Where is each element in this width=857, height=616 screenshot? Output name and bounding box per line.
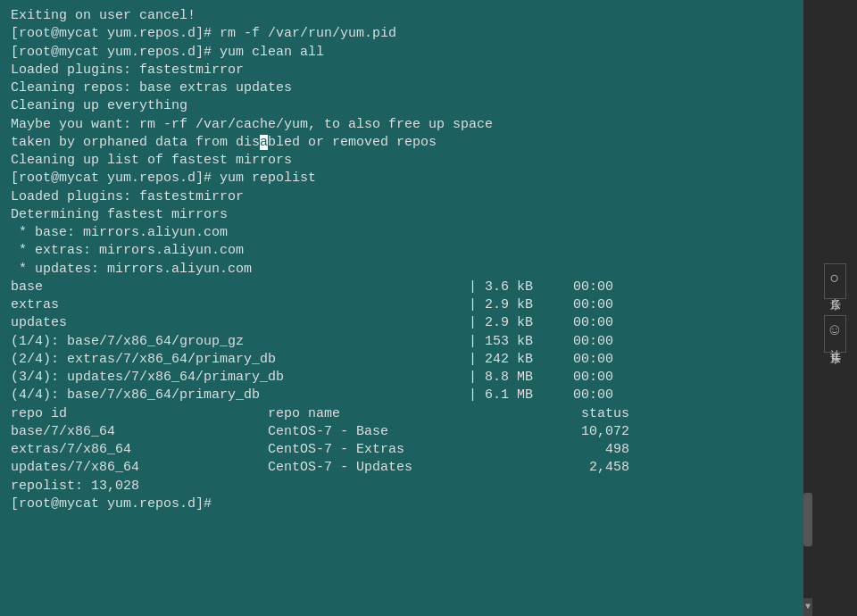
- terminal-output: Exiting on user cancel! [root@mycat yum.…: [11, 7, 802, 513]
- scroll-arrow-down[interactable]: ▼: [803, 598, 812, 616]
- sidebar-label-let-music: 让音乐: [828, 341, 843, 346]
- scrollbar-thumb[interactable]: [803, 493, 812, 546]
- scrollbar[interactable]: ▼: [803, 0, 812, 616]
- sidebar-group-let-music[interactable]: ☺ 让音乐: [824, 315, 846, 353]
- terminal-window: Exiting on user cancel! [root@mycat yum.…: [0, 0, 812, 616]
- terminal-container: Exiting on user cancel! [root@mycat yum.…: [0, 0, 857, 616]
- sidebar-label-music: 音乐: [828, 289, 843, 293]
- cursor-highlight: a: [260, 135, 268, 150]
- music-circle-icon: ○: [830, 270, 840, 287]
- sidebar-panel: ○ 音乐 ☺ 让音乐: [812, 0, 857, 616]
- person-icon: ☺: [830, 321, 840, 339]
- sidebar-group-music[interactable]: ○ 音乐: [824, 263, 846, 299]
